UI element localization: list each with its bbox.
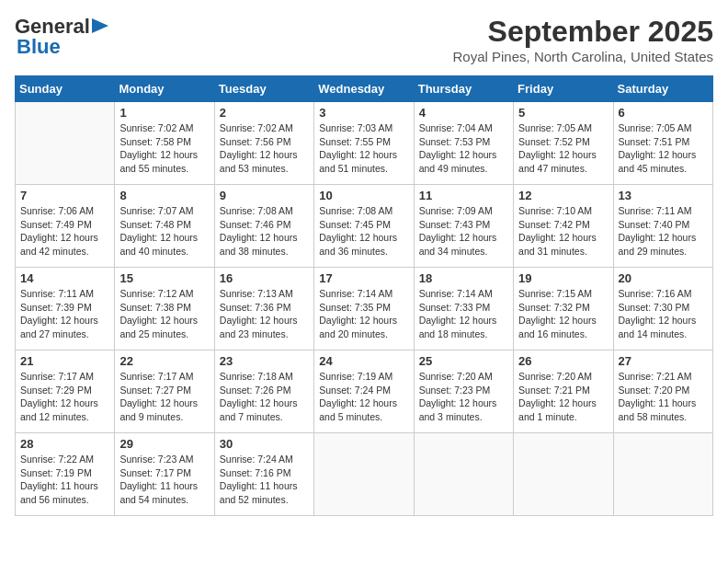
calendar-cell (16, 102, 115, 185)
day-number: 22 (119, 354, 209, 368)
calendar-cell: 30Sunrise: 7:24 AMSunset: 7:16 PMDayligh… (214, 433, 313, 516)
day-number: 9 (220, 189, 309, 202)
day-number: 5 (518, 106, 608, 120)
cell-info: Sunrise: 7:16 AMSunset: 7:30 PMDaylight:… (619, 287, 708, 341)
day-number: 26 (518, 354, 608, 368)
title-block: September 2025 Royal Pines, North Caroli… (453, 15, 713, 64)
calendar-week-row-1: 1Sunrise: 7:02 AMSunset: 7:58 PMDaylight… (16, 102, 713, 185)
svg-marker-0 (92, 18, 108, 33)
cell-info: Sunrise: 7:20 AMSunset: 7:21 PMDaylight:… (518, 370, 608, 424)
calendar-cell: 11Sunrise: 7:09 AMSunset: 7:43 PMDayligh… (414, 185, 513, 268)
calendar-cell: 16Sunrise: 7:13 AMSunset: 7:36 PMDayligh… (214, 268, 313, 350)
calendar-header-tuesday: Tuesday (214, 76, 313, 102)
day-number: 29 (119, 437, 209, 451)
day-number: 14 (20, 271, 109, 285)
cell-info: Sunrise: 7:10 AMSunset: 7:42 PMDaylight:… (518, 204, 608, 259)
day-number: 7 (20, 189, 109, 202)
cell-info: Sunrise: 7:02 AMSunset: 7:58 PMDaylight:… (119, 121, 209, 176)
month-title: September 2025 (453, 15, 713, 49)
calendar-cell: 4Sunrise: 7:04 AMSunset: 7:53 PMDaylight… (414, 102, 513, 185)
day-number: 4 (419, 106, 508, 120)
calendar-header-sunday: Sunday (16, 76, 115, 102)
day-number: 18 (419, 271, 508, 285)
day-number: 23 (220, 354, 309, 368)
day-number: 11 (419, 189, 508, 202)
day-number: 15 (119, 271, 209, 285)
calendar-cell: 5Sunrise: 7:05 AMSunset: 7:52 PMDaylight… (514, 102, 613, 185)
logo-arrow-icon (92, 18, 108, 33)
calendar-header-wednesday: Wednesday (314, 76, 414, 102)
calendar-cell: 18Sunrise: 7:14 AMSunset: 7:33 PMDayligh… (414, 268, 513, 350)
logo-blue: Blue (17, 35, 61, 59)
calendar-cell (613, 433, 712, 516)
day-number: 10 (319, 189, 408, 202)
calendar-week-row-3: 14Sunrise: 7:11 AMSunset: 7:39 PMDayligh… (16, 268, 713, 350)
calendar-cell: 27Sunrise: 7:21 AMSunset: 7:20 PMDayligh… (613, 350, 712, 433)
calendar-cell: 14Sunrise: 7:11 AMSunset: 7:39 PMDayligh… (16, 268, 115, 350)
day-number: 27 (619, 354, 708, 368)
calendar-cell: 10Sunrise: 7:08 AMSunset: 7:45 PMDayligh… (314, 185, 414, 268)
calendar-cell: 3Sunrise: 7:03 AMSunset: 7:55 PMDaylight… (314, 102, 414, 185)
calendar-cell: 1Sunrise: 7:02 AMSunset: 7:58 PMDaylight… (115, 102, 214, 185)
cell-info: Sunrise: 7:24 AMSunset: 7:16 PMDaylight:… (220, 453, 309, 507)
cell-info: Sunrise: 7:04 AMSunset: 7:53 PMDaylight:… (419, 121, 508, 176)
cell-info: Sunrise: 7:07 AMSunset: 7:48 PMDaylight:… (119, 204, 209, 259)
day-number: 16 (220, 271, 309, 285)
day-number: 28 (20, 437, 109, 451)
cell-info: Sunrise: 7:19 AMSunset: 7:24 PMDaylight:… (319, 370, 408, 424)
calendar-cell: 15Sunrise: 7:12 AMSunset: 7:38 PMDayligh… (115, 268, 214, 350)
calendar-cell (514, 433, 613, 516)
day-number: 17 (319, 271, 408, 285)
cell-info: Sunrise: 7:08 AMSunset: 7:46 PMDaylight:… (220, 204, 309, 259)
page-header: General Blue September 2025 Royal Pines,… (15, 15, 713, 64)
calendar-week-row-4: 21Sunrise: 7:17 AMSunset: 7:29 PMDayligh… (16, 350, 713, 433)
calendar-cell (314, 433, 414, 516)
day-number: 19 (518, 271, 608, 285)
cell-info: Sunrise: 7:12 AMSunset: 7:38 PMDaylight:… (119, 287, 209, 341)
cell-info: Sunrise: 7:22 AMSunset: 7:19 PMDaylight:… (20, 453, 109, 507)
cell-info: Sunrise: 7:21 AMSunset: 7:20 PMDaylight:… (619, 370, 708, 424)
calendar-cell: 20Sunrise: 7:16 AMSunset: 7:30 PMDayligh… (613, 268, 712, 350)
calendar-cell: 28Sunrise: 7:22 AMSunset: 7:19 PMDayligh… (16, 433, 115, 516)
cell-info: Sunrise: 7:05 AMSunset: 7:52 PMDaylight:… (518, 121, 608, 176)
calendar-cell: 17Sunrise: 7:14 AMSunset: 7:35 PMDayligh… (314, 268, 414, 350)
day-number: 12 (518, 189, 608, 202)
calendar-cell: 2Sunrise: 7:02 AMSunset: 7:56 PMDaylight… (214, 102, 313, 185)
day-number: 21 (20, 354, 109, 368)
cell-info: Sunrise: 7:15 AMSunset: 7:32 PMDaylight:… (518, 287, 608, 341)
calendar-cell: 19Sunrise: 7:15 AMSunset: 7:32 PMDayligh… (514, 268, 613, 350)
cell-info: Sunrise: 7:18 AMSunset: 7:26 PMDaylight:… (220, 370, 309, 424)
calendar-cell: 6Sunrise: 7:05 AMSunset: 7:51 PMDaylight… (613, 102, 712, 185)
calendar-cell: 9Sunrise: 7:08 AMSunset: 7:46 PMDaylight… (214, 185, 313, 268)
cell-info: Sunrise: 7:17 AMSunset: 7:29 PMDaylight:… (20, 370, 109, 424)
day-number: 3 (319, 106, 408, 120)
calendar-header-saturday: Saturday (613, 76, 712, 102)
calendar-cell: 22Sunrise: 7:17 AMSunset: 7:27 PMDayligh… (115, 350, 214, 433)
day-number: 2 (220, 106, 309, 120)
calendar-cell: 29Sunrise: 7:23 AMSunset: 7:17 PMDayligh… (115, 433, 214, 516)
day-number: 30 (220, 437, 309, 451)
calendar-week-row-2: 7Sunrise: 7:06 AMSunset: 7:49 PMDaylight… (16, 185, 713, 268)
day-number: 1 (119, 106, 209, 120)
calendar-header-friday: Friday (514, 76, 613, 102)
cell-info: Sunrise: 7:17 AMSunset: 7:27 PMDaylight:… (119, 370, 209, 424)
calendar-cell: 24Sunrise: 7:19 AMSunset: 7:24 PMDayligh… (314, 350, 414, 433)
day-number: 20 (619, 271, 708, 285)
cell-info: Sunrise: 7:05 AMSunset: 7:51 PMDaylight:… (619, 121, 708, 176)
cell-info: Sunrise: 7:09 AMSunset: 7:43 PMDaylight:… (419, 204, 508, 259)
cell-info: Sunrise: 7:03 AMSunset: 7:55 PMDaylight:… (319, 121, 408, 176)
calendar-week-row-5: 28Sunrise: 7:22 AMSunset: 7:19 PMDayligh… (16, 433, 713, 516)
day-number: 8 (119, 189, 209, 202)
day-number: 24 (319, 354, 408, 368)
calendar-cell: 26Sunrise: 7:20 AMSunset: 7:21 PMDayligh… (514, 350, 613, 433)
cell-info: Sunrise: 7:02 AMSunset: 7:56 PMDaylight:… (220, 121, 309, 176)
cell-info: Sunrise: 7:14 AMSunset: 7:35 PMDaylight:… (319, 287, 408, 341)
day-number: 6 (619, 106, 708, 120)
calendar-cell: 12Sunrise: 7:10 AMSunset: 7:42 PMDayligh… (514, 185, 613, 268)
calendar-header-monday: Monday (115, 76, 214, 102)
calendar-cell: 25Sunrise: 7:20 AMSunset: 7:23 PMDayligh… (414, 350, 513, 433)
cell-info: Sunrise: 7:20 AMSunset: 7:23 PMDaylight:… (419, 370, 508, 424)
day-number: 25 (419, 354, 508, 368)
cell-info: Sunrise: 7:06 AMSunset: 7:49 PMDaylight:… (20, 204, 109, 259)
cell-info: Sunrise: 7:11 AMSunset: 7:40 PMDaylight:… (619, 204, 708, 259)
